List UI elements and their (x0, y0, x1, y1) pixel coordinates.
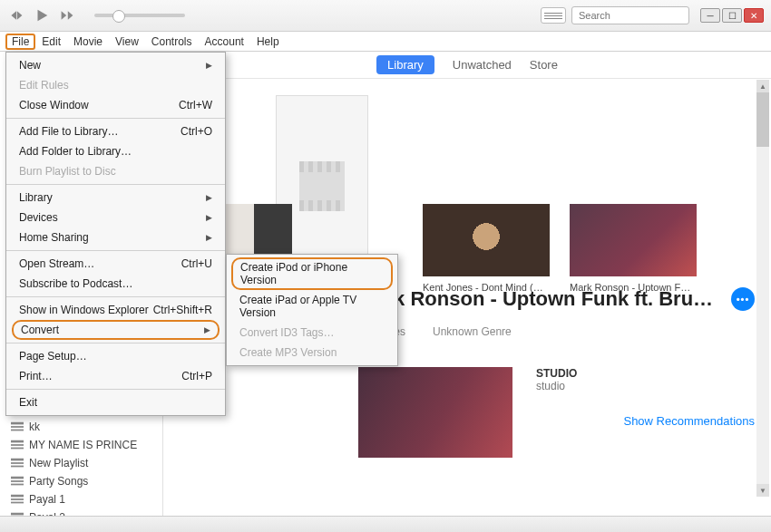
svg-rect-19 (11, 448, 24, 450)
playlist-label: New Playlist (29, 457, 88, 469)
file-menu-dropdown: New▶ Edit Rules Close WindowCtrl+W Add F… (5, 52, 226, 416)
tab-library[interactable]: Library (376, 55, 434, 74)
menu-movie[interactable]: Movie (67, 34, 109, 50)
search-input[interactable] (579, 10, 704, 21)
menu-exit[interactable]: Exit (6, 392, 225, 412)
scroll-down-button[interactable]: ▼ (756, 484, 769, 497)
more-options-button[interactable]: ••• (731, 287, 755, 311)
video-card[interactable]: Kent Jones - Dont Mind (… (423, 204, 550, 294)
svg-rect-16 (11, 430, 24, 431)
menu-edit[interactable]: Edit (35, 34, 67, 50)
menu-print[interactable]: Print…Ctrl+P (6, 366, 225, 386)
scroll-up-button[interactable]: ▲ (756, 80, 769, 92)
now-playing-panel: Mark Ronson - Uptown Funk ft. Bruno… •••… (358, 287, 755, 458)
maximize-button[interactable]: ☐ (722, 8, 742, 23)
menu-view[interactable]: View (109, 34, 145, 50)
svg-rect-22 (11, 466, 24, 468)
playlist-label: kk (29, 421, 40, 433)
video-thumbnail (423, 204, 550, 276)
menu-devices[interactable]: Devices▶ (6, 208, 225, 227)
menu-show-explorer[interactable]: Show in Windows ExplorerCtrl+Shift+R (6, 300, 225, 320)
menu-edit-rules: Edit Rules (6, 75, 225, 95)
tab-store[interactable]: Store (530, 58, 558, 72)
menu-open-stream[interactable]: Open Stream…Ctrl+U (6, 254, 225, 274)
volume-slider[interactable] (94, 14, 185, 17)
playlist-item[interactable]: New Playlist (0, 454, 162, 472)
playlist-item[interactable]: Payal 1 (0, 490, 162, 508)
svg-rect-25 (11, 484, 24, 486)
playlist-label: Party Songs (29, 475, 88, 488)
svg-rect-28 (11, 502, 24, 504)
menu-subscribe-podcast[interactable]: Subscribe to Podcast… (6, 274, 225, 294)
menu-convert-id3: Convert ID3 Tags… (227, 323, 397, 343)
menu-burn: Burn Playlist to Disc (6, 161, 225, 181)
playback-controls (7, 6, 185, 24)
menu-account[interactable]: Account (199, 34, 250, 50)
next-button[interactable] (58, 6, 76, 24)
menu-create-ipad[interactable]: Create iPad or Apple TV Version (227, 290, 397, 323)
svg-rect-17 (11, 440, 24, 443)
svg-rect-27 (11, 498, 24, 500)
close-button[interactable]: ✕ (744, 8, 764, 23)
menu-add-folder[interactable]: Add Folder to Library… (6, 141, 225, 161)
svg-rect-18 (11, 444, 24, 446)
studio-value: studio (536, 380, 755, 392)
svg-rect-14 (11, 422, 24, 425)
menu-controls[interactable]: Controls (145, 34, 199, 50)
scroll-thumb[interactable] (756, 92, 769, 147)
video-card[interactable]: Mark Ronson - Uptown F… (570, 204, 697, 294)
menu-home-sharing[interactable]: Home Sharing▶ (6, 227, 225, 247)
menu-convert[interactable]: Convert▶ (12, 320, 220, 340)
playlist-label: Payal 1 (29, 493, 65, 506)
menu-create-mp3: Create MP3 Version (227, 343, 397, 363)
title-bar: ─ ☐ ✕ (0, 0, 771, 32)
menu-create-ipod[interactable]: Create iPod or iPhone Version (231, 257, 393, 290)
menu-add-file[interactable]: Add File to Library…Ctrl+O (6, 121, 225, 141)
genre-label: Unknown Genre (433, 325, 512, 338)
svg-rect-20 (11, 459, 24, 461)
prev-button[interactable] (7, 6, 25, 24)
list-view-button[interactable] (541, 7, 566, 24)
menu-close-window[interactable]: Close WindowCtrl+W (6, 95, 225, 115)
now-playing-title: Mark Ronson - Uptown Funk ft. Bruno… (358, 287, 720, 311)
playlist-label: MY NAME IS PRINCE (29, 439, 137, 451)
status-bar (0, 516, 771, 532)
menu-bar: File Edit Movie View Controls Account He… (0, 32, 771, 52)
menu-page-setup[interactable]: Page Setup… (6, 346, 225, 366)
svg-rect-29 (11, 513, 24, 516)
svg-rect-15 (11, 426, 24, 428)
minimize-button[interactable]: ─ (700, 8, 720, 23)
svg-rect-26 (11, 495, 24, 498)
menu-new[interactable]: New▶ (6, 55, 225, 75)
menu-file[interactable]: File (5, 34, 35, 50)
playlist-item[interactable]: kk (0, 418, 162, 436)
menu-help[interactable]: Help (250, 34, 286, 50)
content-tabs: Library Unwatched Store (163, 52, 771, 79)
tab-unwatched[interactable]: Unwatched (453, 58, 512, 72)
playlist-item[interactable]: Payal 2 (0, 508, 162, 516)
now-playing-artwork (358, 367, 512, 458)
show-recommendations-link[interactable]: Show Recommendations (536, 414, 755, 428)
search-box[interactable] (571, 6, 689, 24)
svg-rect-23 (11, 477, 24, 479)
menu-library[interactable]: Library▶ (6, 188, 225, 208)
svg-rect-24 (11, 480, 24, 482)
play-button[interactable] (33, 6, 51, 24)
svg-rect-21 (11, 462, 24, 464)
playlist-item[interactable]: MY NAME IS PRINCE (0, 436, 162, 454)
studio-heading: STUDIO (536, 367, 755, 380)
video-thumbnail (570, 204, 697, 276)
convert-submenu: Create iPod or iPhone Version Create iPa… (226, 254, 398, 366)
vertical-scrollbar[interactable]: ▲ ▼ (756, 80, 769, 497)
playlist-item[interactable]: Party Songs (0, 472, 162, 490)
